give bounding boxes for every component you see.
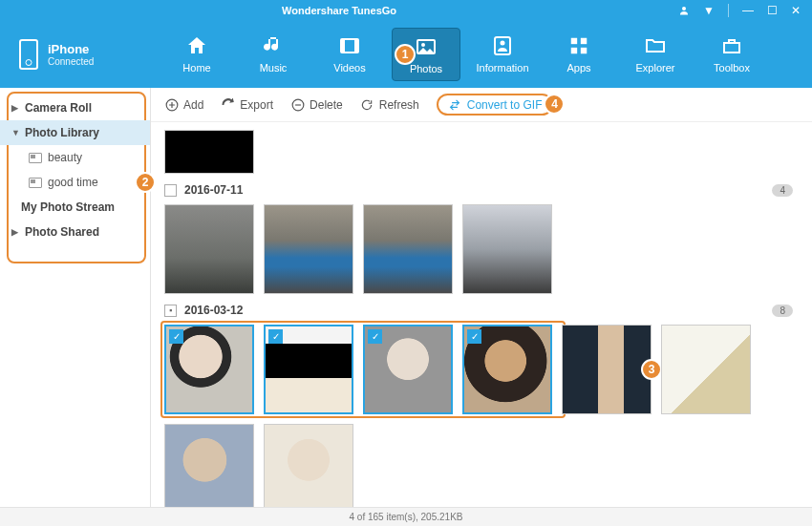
thumbnail[interactable] xyxy=(164,130,254,174)
thumbnail-selected[interactable]: ✓ xyxy=(462,325,552,414)
callout-3: 3 xyxy=(641,359,662,380)
main-body: ▶ Camera Roll ▼ Photo Library beauty goo… xyxy=(0,88,812,507)
device-name: iPhone xyxy=(48,42,94,56)
toolbox-icon xyxy=(719,33,744,58)
callout-1: 1 xyxy=(395,44,416,65)
device-panel[interactable]: iPhone Connected xyxy=(10,33,153,75)
svg-rect-11 xyxy=(581,48,587,53)
status-bar: 4 of 165 item(s), 205.21KB xyxy=(0,507,812,526)
thumb-row-g1 xyxy=(164,204,799,294)
sidebar-my-photo-stream-label: My Photo Stream xyxy=(21,200,115,214)
nav-apps[interactable]: Apps xyxy=(545,28,613,81)
export-icon xyxy=(221,97,235,112)
nav-videos[interactable]: Videos xyxy=(315,28,384,81)
add-label: Add xyxy=(183,98,203,112)
group-count-2: 8 xyxy=(772,305,793,317)
thumb-row-g2b xyxy=(164,424,799,507)
nav-music[interactable]: Music xyxy=(239,28,308,81)
check-icon: ✓ xyxy=(368,329,382,344)
sidebar-my-photo-stream[interactable]: My Photo Stream xyxy=(0,195,150,220)
delete-label: Delete xyxy=(310,98,343,112)
svg-point-5 xyxy=(421,43,425,47)
convert-icon xyxy=(448,97,462,112)
minus-icon xyxy=(290,97,305,112)
toolbar: Add Export Delete Refresh Convert to GIF… xyxy=(151,88,812,122)
refresh-button[interactable]: Refresh xyxy=(360,97,419,112)
caret-icon: ▶ xyxy=(11,227,19,237)
svg-rect-3 xyxy=(354,39,358,53)
thumbnail[interactable] xyxy=(661,325,751,414)
photo-grid-scroll[interactable]: 2016-07-11 4 ▪ 2016-03-12 8 ✓ ✓ ✓ xyxy=(151,122,812,507)
nav-toolbox-label: Toolbox xyxy=(714,62,750,74)
thumbnail[interactable] xyxy=(264,204,353,294)
header: iPhone Connected Home Music Videos Photo… xyxy=(0,21,812,88)
add-button[interactable]: Add xyxy=(164,97,203,112)
caret-icon: ▶ xyxy=(11,103,19,113)
thumbnail-selected[interactable]: ✓ xyxy=(264,325,353,414)
thumbnail[interactable] xyxy=(164,204,254,294)
nav-information[interactable]: Information xyxy=(468,28,537,81)
group-checkbox[interactable] xyxy=(164,184,177,197)
home-icon xyxy=(184,33,209,58)
sidebar-photo-shared-label: Photo Shared xyxy=(25,225,99,239)
thumbnail[interactable] xyxy=(264,424,353,507)
thumbnail-selected[interactable]: ✓ xyxy=(363,325,453,414)
thumbnail[interactable] xyxy=(164,424,254,507)
export-label: Export xyxy=(240,98,273,112)
sidebar-beauty[interactable]: beauty xyxy=(0,145,150,170)
main-nav: Home Music Videos Photos 1 Information A… xyxy=(153,28,802,81)
user-menu-chevron-icon[interactable]: ▼ xyxy=(703,4,715,17)
minimize-button[interactable]: — xyxy=(742,4,754,17)
sidebar-camera-roll-label: Camera Roll xyxy=(25,101,92,115)
title-bar: Wondershare TunesGo ▼ — ☐ ✕ xyxy=(0,0,812,21)
thumb-row-g2-wrap: ✓ ✓ ✓ ✓ 3 xyxy=(164,325,799,414)
device-info: iPhone Connected xyxy=(48,42,94,67)
folder-icon xyxy=(29,178,42,188)
app-title: Wondershare TunesGo xyxy=(0,5,678,16)
sidebar-camera-roll[interactable]: ▶ Camera Roll xyxy=(0,95,150,120)
sidebar-photo-shared[interactable]: ▶ Photo Shared xyxy=(0,220,150,244)
plus-icon xyxy=(164,97,179,112)
svg-rect-10 xyxy=(571,48,577,53)
export-button[interactable]: Export xyxy=(221,97,273,112)
nav-information-label: Information xyxy=(476,62,528,74)
nav-photos[interactable]: Photos 1 xyxy=(392,28,460,81)
check-icon: ✓ xyxy=(467,329,481,344)
thumb-row-top xyxy=(164,130,799,174)
status-text: 4 of 165 item(s), 205.21KB xyxy=(350,512,463,522)
delete-button[interactable]: Delete xyxy=(290,97,343,112)
svg-rect-2 xyxy=(341,39,345,53)
sidebar: ▶ Camera Roll ▼ Photo Library beauty goo… xyxy=(0,88,151,507)
user-icon[interactable] xyxy=(678,5,690,16)
thumb-row-g2a: ✓ ✓ ✓ ✓ 3 xyxy=(164,325,799,414)
nav-home[interactable]: Home xyxy=(162,28,231,81)
thumbnail[interactable]: 3 xyxy=(562,325,652,414)
sidebar-photo-library-label: Photo Library xyxy=(25,126,99,139)
nav-explorer-label: Explorer xyxy=(636,62,675,74)
convert-to-gif-button[interactable]: Convert to GIF 4 xyxy=(437,94,554,116)
maximize-button[interactable]: ☐ xyxy=(767,4,778,17)
sidebar-good-time-label: good time xyxy=(48,176,98,189)
sidebar-beauty-label: beauty xyxy=(48,151,82,164)
nav-apps-label: Apps xyxy=(566,62,590,74)
thumbnail[interactable] xyxy=(462,204,552,294)
thumbnail-selected[interactable]: ✓ xyxy=(164,325,254,414)
nav-home-label: Home xyxy=(182,62,210,74)
information-icon xyxy=(490,33,515,58)
convert-label: Convert to GIF xyxy=(467,98,543,112)
thumbnail[interactable] xyxy=(363,204,453,294)
group-date-1: 2016-07-11 xyxy=(184,183,243,197)
group-checkbox-partial[interactable]: ▪ xyxy=(164,305,177,317)
content: Add Export Delete Refresh Convert to GIF… xyxy=(151,88,812,507)
callout-2: 2 xyxy=(135,172,156,193)
refresh-icon xyxy=(360,97,374,112)
sidebar-good-time[interactable]: good time 2 xyxy=(0,170,150,195)
photos-icon xyxy=(414,34,438,59)
nav-explorer[interactable]: Explorer xyxy=(621,28,690,81)
sidebar-photo-library[interactable]: ▼ Photo Library xyxy=(0,120,150,145)
close-button[interactable]: ✕ xyxy=(791,4,801,17)
videos-icon xyxy=(337,33,362,58)
phone-icon xyxy=(19,39,38,70)
nav-toolbox[interactable]: Toolbox xyxy=(697,28,766,81)
check-icon: ✓ xyxy=(268,329,283,344)
